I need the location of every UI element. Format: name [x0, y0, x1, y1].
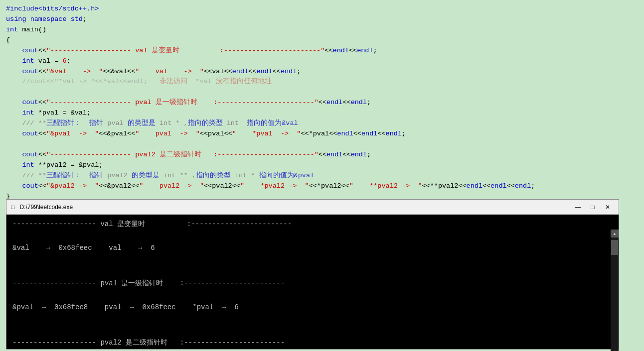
code-line-1: #include<bits/stdc++.h>	[6, 4, 638, 14]
console-line-8: &pval → 0x68fee8 pval → 0x68feec *pval →…	[12, 302, 335, 314]
code-line-2: using namespace std;	[6, 14, 638, 25]
code-line-13: cout<<"&pval -> "<<&pval<<" pval -> "<<p…	[6, 129, 638, 139]
code-line-15: cout<<"-------------------- pval2 是二级指针时…	[6, 150, 638, 160]
console-line-4	[12, 254, 335, 266]
code-line-16: int **pval2 = &pval;	[6, 160, 638, 171]
console-line-2	[12, 231, 335, 242]
console-line-1: -------------------- val 是变量时 :---------…	[12, 219, 335, 231]
code-line-19: }	[6, 192, 638, 199]
code-line-4: {	[6, 35, 638, 46]
code-editor: #include<bits/stdc++.h> using namespace …	[0, 0, 644, 199]
code-line-18: cout<<"&pval2 -> "<<&pval2<<" pval2 -> "…	[6, 181, 638, 192]
console-icon: ☐	[10, 203, 14, 211]
minimize-button[interactable]: —	[571, 202, 585, 213]
console-title: D:\799\leetcode.exe	[17, 204, 571, 211]
console-line-5	[12, 266, 335, 278]
console-line-6: -------------------- pval 是一级指针时 :------…	[12, 278, 335, 290]
code-line-11: int *pval = &val;	[6, 108, 638, 118]
console-line-9	[12, 313, 335, 325]
console-line-3: &val → 0x68feec val → 6	[12, 242, 335, 254]
scroll-track	[611, 237, 619, 351]
code-line-17: /// **三醒指针： 指针 pval2 的类型是 int ** ,指向的类型 …	[6, 171, 638, 181]
console-scrollbar[interactable]: ▲ ▼	[611, 230, 619, 351]
console-line-10	[12, 325, 335, 337]
code-line-10: cout<<"-------------------- pval 是一级指针时 …	[6, 98, 638, 108]
include-directive: #include<bits/stdc++.h>	[6, 5, 99, 12]
scroll-up-button[interactable]: ▲	[611, 230, 619, 237]
console-line-11: -------------------- pval2 是二级指针时 :-----…	[12, 337, 335, 349]
console-titlebar: ☐ D:\799\leetcode.exe — □ ✕	[6, 200, 619, 215]
maximize-button[interactable]: □	[586, 202, 600, 213]
code-line-14	[6, 139, 638, 150]
code-line-5: cout<<"-------------------- val 是变量时 :--…	[6, 46, 638, 56]
code-line-8: //cout<<"*val -> "<<*val<<endl; 非法访问 *va…	[6, 77, 638, 87]
console-window: ☐ D:\799\leetcode.exe — □ ✕ ------------…	[6, 199, 619, 350]
console-output: -------------------- val 是变量时 :---------…	[6, 215, 341, 349]
console-line-7	[12, 290, 335, 302]
code-line-9	[6, 87, 638, 98]
code-line-12: /// **三醒指针： 指针 pval 的类型是 int * ,指向的类型 in…	[6, 118, 638, 129]
close-button[interactable]: ✕	[601, 202, 615, 213]
code-line-6: int val = 6;	[6, 56, 638, 67]
code-line-7: cout<<"&val -> "<<&val<<" val -> "<<val<…	[6, 67, 638, 77]
scroll-thumb[interactable]	[611, 240, 618, 255]
code-line-3: int main()	[6, 25, 638, 35]
